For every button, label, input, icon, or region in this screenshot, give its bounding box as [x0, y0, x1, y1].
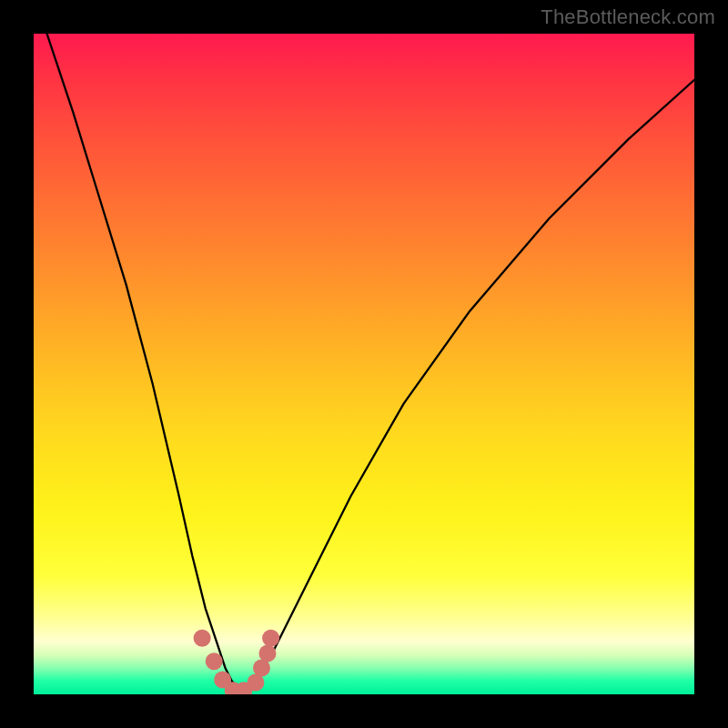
sample-point: [262, 630, 279, 647]
bottleneck-curve: [47, 34, 694, 688]
sample-point: [206, 652, 223, 670]
chart-svg: [34, 34, 694, 694]
chart-frame: TheBottleneck.com: [0, 0, 728, 728]
watermark-text: TheBottleneck.com: [541, 5, 715, 29]
sample-points-group: [194, 630, 280, 694]
sample-point: [259, 644, 277, 662]
plot-area: [34, 34, 694, 694]
sample-point: [194, 630, 211, 647]
